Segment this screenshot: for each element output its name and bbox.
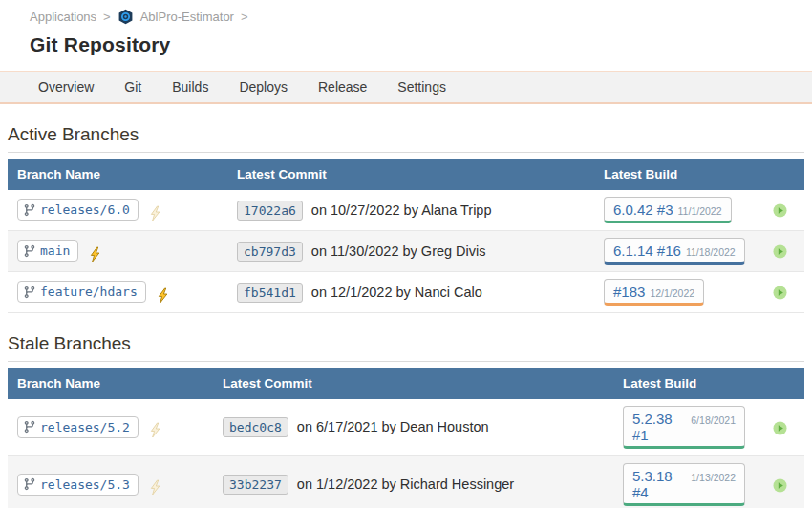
branch-badge[interactable]: releases/5.2 xyxy=(17,416,139,438)
branch-badge[interactable]: releases/6.0 xyxy=(17,199,139,221)
section-title-active-branches: Active Branches xyxy=(8,124,804,153)
play-icon[interactable] xyxy=(773,244,787,259)
column-header-actions xyxy=(755,368,804,399)
section-title-stale-branches: Stale Branches xyxy=(8,333,804,362)
tab-overview[interactable]: Overview xyxy=(23,72,109,103)
build-badge[interactable]: #183 12/1/2022 xyxy=(604,279,704,306)
page-header: Applications > AblPro-Estimator > Git Re… xyxy=(0,0,812,56)
breadcrumb-link-project[interactable]: AblPro-Estimator xyxy=(140,10,234,24)
build-badge[interactable]: 5.2.38 #1 6/18/2021 xyxy=(623,406,745,449)
tab-release[interactable]: Release xyxy=(303,72,382,103)
table-header-row: Branch Name Latest Commit Latest Build xyxy=(8,368,804,399)
branch-name: feature/hdars xyxy=(40,285,138,299)
branch-name: releases/5.2 xyxy=(40,420,130,434)
build-date: 12/1/2022 xyxy=(650,287,694,299)
table-row: releases/6.0 17022a6 on 10/27/2022 by Al… xyxy=(8,190,804,231)
commit-info: on 12/1/2022 by Nanci Calo xyxy=(311,285,482,300)
build-date: 1/13/2022 xyxy=(691,472,736,483)
table-row: releases/5.2 bedc0c8 on 6/17/2021 by Dea… xyxy=(8,399,804,456)
build-label: #183 xyxy=(613,284,645,300)
column-header-latest-commit: Latest Commit xyxy=(227,159,594,190)
table-row: main cb797d3 on 11/30/2022 by Greg Divis… xyxy=(8,231,804,272)
build-label: 5.3.18 #4 xyxy=(632,468,686,500)
breadcrumb: Applications > AblPro-Estimator > xyxy=(30,9,812,25)
lightning-bolt-icon xyxy=(156,287,170,304)
build-label: 5.2.38 #1 xyxy=(632,411,686,443)
git-branch-icon xyxy=(23,477,36,491)
lightning-bolt-icon xyxy=(148,422,162,438)
column-header-latest-build: Latest Build xyxy=(594,159,755,190)
branch-name: releases/6.0 xyxy=(40,202,130,217)
commit-hash-badge[interactable]: fb541d1 xyxy=(237,283,303,303)
tab-settings[interactable]: Settings xyxy=(382,72,461,103)
stale-branches-table: Branch Name Latest Commit Latest Build r… xyxy=(8,368,804,508)
play-icon[interactable] xyxy=(773,421,787,435)
table-row: releases/5.3 33b2237 on 1/12/2022 by Ric… xyxy=(8,456,804,508)
git-branch-icon xyxy=(23,244,36,258)
build-label: 6.1.14 #16 xyxy=(613,243,681,259)
build-label: 6.0.42 #3 xyxy=(613,201,673,218)
build-date: 6/18/2021 xyxy=(691,414,736,426)
branch-name: main xyxy=(40,243,70,258)
column-header-actions xyxy=(755,159,804,190)
git-branch-icon xyxy=(23,286,36,299)
git-branch-icon xyxy=(23,420,36,434)
play-icon[interactable] xyxy=(773,286,787,300)
lightning-bolt-icon xyxy=(88,246,102,263)
branch-badge[interactable]: main xyxy=(17,240,78,262)
hexagon-package-icon xyxy=(118,9,134,25)
build-badge[interactable]: 6.0.42 #3 11/1/2022 xyxy=(604,197,732,223)
git-branch-icon xyxy=(23,203,36,217)
active-branches-table: Branch Name Latest Commit Latest Build r… xyxy=(8,159,804,313)
breadcrumb-separator: > xyxy=(241,10,248,24)
tab-git[interactable]: Git xyxy=(109,72,157,103)
commit-hash-badge[interactable]: cb797d3 xyxy=(237,242,303,262)
column-header-latest-build: Latest Build xyxy=(613,368,755,399)
lightning-bolt-icon xyxy=(148,479,162,496)
build-date: 11/1/2022 xyxy=(678,205,722,217)
branch-badge[interactable]: feature/hdars xyxy=(17,281,146,303)
lightning-bolt-icon xyxy=(148,205,162,222)
breadcrumb-link-applications[interactable]: Applications xyxy=(30,10,96,24)
commit-info: on 1/12/2022 by Richard Hessinger xyxy=(297,476,514,492)
play-icon[interactable] xyxy=(773,203,787,218)
branch-badge[interactable]: releases/5.3 xyxy=(17,474,139,496)
branch-name: releases/5.3 xyxy=(40,477,130,492)
commit-hash-badge[interactable]: 33b2237 xyxy=(223,475,288,495)
build-badge[interactable]: 6.1.14 #16 11/18/2022 xyxy=(604,238,745,265)
commit-info: on 10/27/2022 by Alana Tripp xyxy=(311,202,492,218)
table-header-row: Branch Name Latest Commit Latest Build xyxy=(8,159,804,190)
column-header-branch-name: Branch Name xyxy=(8,159,227,190)
build-date: 11/18/2022 xyxy=(686,246,736,258)
table-row: feature/hdars fb541d1 on 12/1/2022 by Na… xyxy=(8,272,804,313)
play-icon[interactable] xyxy=(773,478,787,493)
breadcrumb-separator: > xyxy=(103,10,111,24)
commit-info: on 6/17/2021 by Dean Houston xyxy=(297,419,489,434)
column-header-latest-commit: Latest Commit xyxy=(213,368,613,399)
commit-hash-badge[interactable]: 17022a6 xyxy=(237,201,303,221)
commit-hash-badge[interactable]: bedc0c8 xyxy=(223,417,288,437)
column-header-branch-name: Branch Name xyxy=(8,368,213,399)
main-content: Active Branches Branch Name Latest Commi… xyxy=(8,124,804,508)
page-title: Git Repository xyxy=(30,33,812,56)
tab-builds[interactable]: Builds xyxy=(157,72,224,103)
tab-bar: Overview Git Builds Deploys Release Sett… xyxy=(0,71,812,104)
commit-info: on 11/30/2022 by Greg Divis xyxy=(311,243,486,259)
tab-deploys[interactable]: Deploys xyxy=(224,72,303,103)
build-badge[interactable]: 5.3.18 #4 1/13/2022 xyxy=(623,463,745,506)
